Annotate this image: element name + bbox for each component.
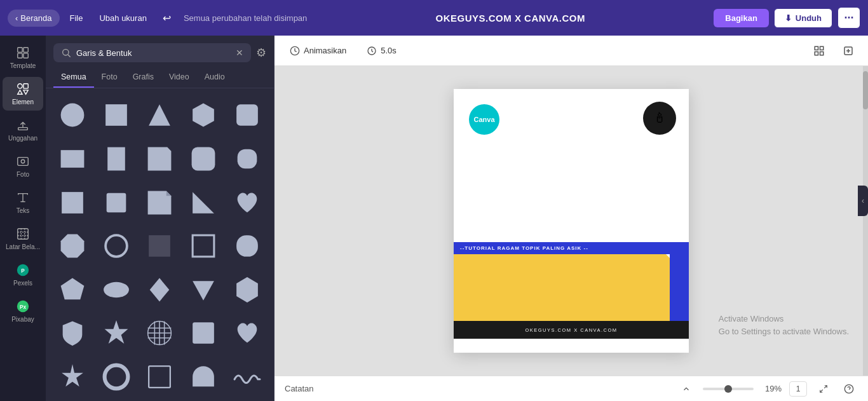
help-button[interactable] [840, 380, 858, 398]
sidebar-item-pexels[interactable]: P Pexels [3, 258, 43, 292]
shape-dog-ear[interactable] [139, 139, 180, 180]
svg-point-36 [105, 235, 127, 257]
shape-right-triangle[interactable] [183, 182, 224, 223]
shape-diamond[interactable] [139, 269, 180, 310]
shape-sq-outline2[interactable] [139, 357, 180, 398]
page-up-button[interactable] [677, 380, 695, 398]
shape-round-sq[interactable] [183, 139, 224, 180]
svg-rect-2 [18, 53, 22, 58]
sidebar-item-foto[interactable]: Foto [3, 149, 43, 183]
svg-marker-35 [61, 234, 85, 258]
notes-button[interactable]: Catatan [285, 384, 314, 393]
tab-foto[interactable]: Foto [94, 67, 125, 88]
svg-marker-23 [193, 104, 214, 127]
tab-semua[interactable]: Semua [53, 67, 94, 88]
more-options-button[interactable]: ··· [837, 7, 860, 29]
fullscreen-button[interactable] [815, 380, 832, 398]
scrollbar-thumb[interactable] [863, 71, 868, 109]
shape-sq4[interactable] [96, 182, 137, 223]
shape-tall-rect[interactable] [96, 139, 137, 180]
resize-menu[interactable]: Ubah ukuran [93, 10, 153, 27]
shape-arch[interactable] [183, 357, 224, 398]
panel-collapse-handle[interactable]: ‹ [858, 186, 868, 216]
canvas-brand: OKEGUYS.COM X CANVA.COM [525, 327, 617, 333]
back-button[interactable]: ‹ Beranda [8, 10, 60, 27]
zoom-track[interactable] [703, 388, 754, 390]
shape-pentagon[interactable] [52, 269, 93, 310]
svg-rect-0 [18, 48, 22, 52]
sidebar-label-latar: Latar Bela... [6, 243, 40, 250]
topbar: ‹ Beranda File Ubah ukuran ↩ Semua perub… [0, 0, 868, 36]
shape-circle-stripes[interactable] [139, 313, 180, 354]
shape-folded[interactable] [139, 182, 180, 223]
shape-ring[interactable] [96, 357, 137, 398]
svg-rect-24 [236, 104, 258, 126]
windows-title: Activate Windows [719, 313, 849, 325]
shape-hex2[interactable] [226, 269, 268, 310]
share-button[interactable]: Bagikan [714, 9, 769, 27]
shape-rect2[interactable] [52, 139, 93, 180]
shape-heart2[interactable] [226, 313, 268, 354]
elements-panel: ✕ ⚙ Semua Foto Grafis Video Audio [46, 36, 275, 401]
zoom-thumb[interactable] [724, 385, 732, 393]
duration-button[interactable]: 5.0s [362, 43, 402, 58]
shape-shield[interactable] [52, 313, 93, 354]
sidebar-item-elemen[interactable]: Elemen [3, 77, 43, 111]
file-menu[interactable]: File [64, 10, 90, 27]
shape-star[interactable] [96, 313, 137, 354]
sidebar-item-unggahan[interactable]: Unggahan [3, 113, 43, 147]
search-clear-button[interactable]: ✕ [236, 48, 243, 58]
add-page-button[interactable] [839, 41, 858, 60]
svg-point-41 [104, 282, 129, 297]
search-input[interactable] [76, 48, 231, 58]
shape-heart[interactable] [226, 182, 268, 223]
shape-circle-outline[interactable] [96, 226, 137, 267]
shape-wave[interactable] [226, 357, 268, 398]
back-label: Beranda [20, 13, 51, 23]
svg-rect-1 [24, 48, 28, 52]
download-button[interactable]: ⬇ Unduh [774, 8, 832, 28]
svg-marker-6 [18, 90, 22, 94]
canvas-blue-right [670, 254, 689, 321]
shape-sq5[interactable] [183, 313, 224, 354]
main-layout: Template Elemen Unggahan Foto Teks Latar… [0, 36, 868, 401]
design-canvas[interactable]: Canva 🕯 --TUTORIAL RAGAM TOPIK PALING AS… [454, 89, 689, 353]
shape-triangle[interactable] [139, 95, 180, 136]
shape-dark-sq[interactable] [139, 226, 180, 267]
svg-marker-45 [104, 320, 128, 344]
tab-grafis[interactable]: Grafis [125, 67, 161, 88]
svg-point-56 [104, 365, 128, 389]
shape-sq-outline[interactable] [183, 226, 224, 267]
animate-label: Animasikan [304, 46, 346, 55]
canvas-workspace[interactable]: Canva 🕯 --TUTORIAL RAGAM TOPIK PALING AS… [275, 66, 868, 376]
shape-octagon[interactable] [52, 226, 93, 267]
canvas-area: Animasikan 5.0s Canva [275, 36, 868, 401]
tab-video[interactable]: Video [161, 67, 197, 88]
svg-marker-34 [193, 192, 214, 214]
sidebar-item-template[interactable]: Template [3, 41, 43, 74]
svg-point-10 [21, 160, 25, 163]
sidebar-item-latar[interactable]: Latar Bela... [3, 222, 43, 255]
scrollbar[interactable] [863, 66, 868, 376]
sidebar-item-pixabay[interactable]: Px Pixabay [3, 294, 43, 328]
shape-rounded-sq3[interactable] [226, 226, 268, 267]
search-filter-button[interactable]: ⚙ [256, 46, 266, 60]
shape-ellipse[interactable] [96, 269, 137, 310]
shape-star2[interactable] [52, 357, 93, 398]
shape-sq3[interactable] [52, 182, 93, 223]
shape-rounded-sq2[interactable] [226, 139, 268, 180]
sidebar-item-teks[interactable]: Teks [3, 186, 43, 219]
pexels-icon: P [16, 263, 30, 277]
shape-hexagon[interactable] [183, 95, 224, 136]
tab-audio[interactable]: Audio [197, 67, 233, 88]
shape-circle[interactable] [52, 95, 93, 136]
shape-rounded-rect[interactable] [226, 95, 268, 136]
shape-square[interactable] [96, 95, 137, 136]
svg-marker-40 [61, 278, 85, 299]
page-up-icon [682, 384, 691, 393]
fit-button[interactable] [810, 41, 829, 60]
animate-button[interactable]: Animasikan [285, 43, 351, 58]
undo-button[interactable]: ↩ [157, 8, 177, 28]
shape-down-triangle[interactable] [183, 269, 224, 310]
canvas-black-bar: OKEGUYS.COM X CANVA.COM [454, 321, 689, 339]
